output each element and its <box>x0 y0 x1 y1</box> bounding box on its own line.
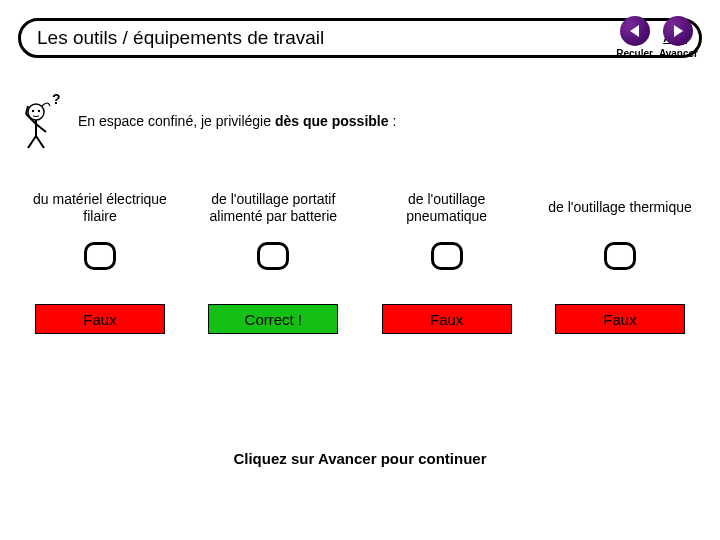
svg-marker-0 <box>630 25 639 37</box>
header-bar: Les outils / équipements de travail Aide <box>18 18 702 58</box>
option-1: du matériel électrique filaire Faux <box>20 180 180 334</box>
triangle-right-icon <box>671 24 685 38</box>
option-checkbox[interactable] <box>257 242 289 270</box>
svg-point-5 <box>38 110 40 112</box>
option-3: de l'outillage pneumatique Faux <box>367 180 527 334</box>
question-text: En espace confiné, je privilégie dès que… <box>78 113 396 129</box>
prompt-suffix: : <box>389 113 397 129</box>
option-feedback: Faux <box>35 304 165 334</box>
option-checkbox[interactable] <box>431 242 463 270</box>
prompt-row: ? En espace confiné, je privilégie dès q… <box>14 92 700 150</box>
prompt-prefix: En espace confiné, je privilégie <box>78 113 275 129</box>
thinking-person-icon: ? <box>14 92 68 150</box>
svg-marker-1 <box>674 25 683 37</box>
option-checkbox[interactable] <box>84 242 116 270</box>
continue-instruction: Cliquez sur Avancer pour continuer <box>0 450 720 467</box>
forward-button[interactable] <box>663 16 693 46</box>
triangle-left-icon <box>628 24 642 38</box>
option-4: de l'outillage thermique Faux <box>540 180 700 334</box>
option-feedback: Faux <box>555 304 685 334</box>
nav-forward-group: Avancer <box>659 16 698 59</box>
back-label: Reculer <box>616 48 653 59</box>
prompt-bold: dès que possible <box>275 113 389 129</box>
option-feedback: Faux <box>382 304 512 334</box>
forward-label: Avancer <box>659 48 698 59</box>
option-label: du matériel électrique filaire <box>20 180 180 236</box>
options-row: du matériel électrique filaire Faux de l… <box>20 180 700 334</box>
option-label: de l'outillage thermique <box>548 180 692 236</box>
svg-text:?: ? <box>52 92 61 107</box>
option-feedback: Correct ! <box>208 304 338 334</box>
option-label: de l'outillage pneumatique <box>367 180 527 236</box>
option-label: de l'outillage portatif alimenté par bat… <box>193 180 353 236</box>
page-title: Les outils / équipements de travail <box>37 27 324 49</box>
svg-point-4 <box>32 110 34 112</box>
back-button[interactable] <box>620 16 650 46</box>
option-checkbox[interactable] <box>604 242 636 270</box>
nav-buttons: Reculer Avancer <box>616 16 698 59</box>
nav-back-group: Reculer <box>616 16 653 59</box>
option-2: de l'outillage portatif alimenté par bat… <box>193 180 353 334</box>
